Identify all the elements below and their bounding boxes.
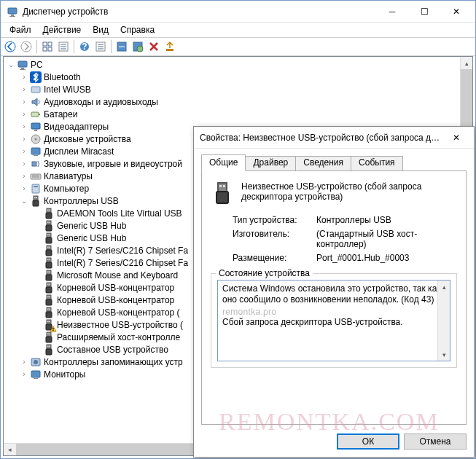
prop-loc-value: Port_#0001.Hub_#0003: [316, 253, 457, 263]
tab-driver[interactable]: Драйвер: [245, 156, 296, 170]
menu-help[interactable]: Справка: [114, 23, 160, 36]
prop-loc-label: Размещение:: [233, 253, 316, 263]
scan-hardware-button[interactable]: [114, 39, 130, 55]
properties-button[interactable]: [55, 39, 71, 55]
menu-view[interactable]: Вид: [87, 23, 114, 36]
expand-icon[interactable]: ›: [20, 73, 28, 82]
expand-icon[interactable]: ›: [20, 98, 28, 106]
tab-events[interactable]: События: [351, 156, 403, 170]
status-scroll-up[interactable]: ▴: [438, 280, 450, 293]
back-button[interactable]: [2, 39, 18, 55]
forward-button[interactable]: [18, 39, 34, 55]
expand-icon[interactable]: ›: [20, 122, 28, 131]
tree-node[interactable]: ⌄PC: [4, 58, 472, 71]
tree-node-label: Intel(R) 7 Series/C216 Chipset Fa: [57, 246, 188, 256]
tree-node[interactable]: ›Батареи: [4, 108, 472, 120]
generic-icon: [30, 84, 42, 95]
status-line1: Система Windows остановила это устройств…: [222, 283, 445, 305]
usb-icon: [43, 344, 55, 356]
expand-icon[interactable]: ›: [20, 370, 28, 379]
twisty-spacer: [33, 234, 42, 243]
tree-node-label: Видеоадаптеры: [44, 122, 109, 132]
menu-file[interactable]: Файл: [4, 23, 37, 36]
prop-mfr-label: Изготовитель:: [233, 229, 316, 249]
menu-action[interactable]: Действие: [37, 23, 87, 36]
menubar: Файл Действие Вид Справка: [1, 23, 475, 37]
expand-icon[interactable]: ›: [20, 172, 28, 181]
tree-node[interactable]: ›Bluetooth: [4, 71, 472, 83]
keyboard-icon: [30, 170, 42, 182]
tree-node-label: Generic USB Hub: [57, 221, 126, 231]
twisty-spacer: [33, 321, 42, 329]
expand-icon[interactable]: ›: [20, 358, 28, 366]
collapse-icon[interactable]: ⌄: [7, 60, 15, 69]
update-driver-button[interactable]: [130, 39, 146, 55]
expand-icon[interactable]: ›: [20, 160, 28, 168]
dialog-titlebar: Свойства: Неизвестное USB-устройство (сб…: [194, 127, 474, 149]
ok-button[interactable]: ОК: [337, 434, 399, 450]
status-textbox[interactable]: Система Windows остановила это устройств…: [217, 280, 450, 361]
disk-icon: [30, 133, 42, 145]
twisty-spacer: [33, 259, 42, 267]
expand-icon[interactable]: ›: [20, 184, 28, 193]
monitor-icon: [30, 369, 42, 380]
tab-panel-general: Неизвестное USB-устройство (сбой запроса…: [201, 170, 467, 425]
cancel-button[interactable]: Отмена: [404, 434, 467, 450]
expand-icon[interactable]: ›: [20, 85, 28, 94]
bluetooth-icon: [30, 71, 42, 83]
close-button[interactable]: ✕: [440, 1, 472, 22]
tree-node-label: Контроллеры USB: [44, 196, 119, 206]
status-legend: Состояние устройства: [216, 268, 313, 278]
minimize-button[interactable]: ─: [376, 1, 408, 22]
main-titlebar: Диспетчер устройств ─ ☐ ✕: [1, 1, 475, 23]
toolbar-separator: [111, 40, 112, 53]
expand-icon[interactable]: ›: [20, 147, 28, 156]
twisty-spacer: [33, 345, 42, 354]
tree-node-label: DAEMON Tools Lite Virtual USB: [57, 208, 182, 219]
maximize-button[interactable]: ☐: [408, 1, 440, 22]
help-button[interactable]: [77, 39, 93, 55]
tree-node-label: Intel(R) 7 Series/C216 Chipset Fa: [57, 258, 188, 268]
tab-general[interactable]: Общие: [201, 154, 246, 171]
status-scroll-down[interactable]: ▾: [438, 348, 450, 361]
tree-node-label: Контроллеры запоминающих устр: [44, 357, 183, 367]
monitor-icon: [30, 146, 42, 157]
show-hide-tree-button[interactable]: [39, 39, 55, 55]
install-legacy-button[interactable]: [162, 39, 178, 55]
computer-icon: [30, 183, 42, 195]
toolbar: [1, 37, 475, 56]
uninstall-button[interactable]: [146, 39, 162, 55]
app-icon: [7, 6, 18, 17]
status-watermark: remontka.pro: [222, 307, 445, 317]
tab-details[interactable]: Сведения: [295, 156, 351, 170]
usb-icon: [43, 208, 55, 219]
expand-icon[interactable]: ›: [20, 110, 28, 119]
usb-icon: [30, 195, 42, 207]
expand-icon[interactable]: ›: [20, 135, 28, 144]
collapse-icon[interactable]: ⌄: [20, 197, 28, 205]
dialog-button-row: ОК Отмена: [201, 434, 467, 450]
tree-node[interactable]: ›Аудиовходы и аудиовыходы: [4, 95, 472, 108]
tab-strip: Общие Драйвер Сведения События: [201, 154, 467, 170]
toolbar-separator: [74, 40, 74, 53]
twisty-spacer: [33, 221, 42, 230]
tree-node-label: Microsoft Mouse and Keyboard: [57, 270, 178, 280]
tree-node-label: Bluetooth: [44, 72, 81, 82]
usb-icon: [43, 307, 55, 318]
tree-node-label: Корневой USB-концентратор (: [57, 307, 180, 318]
action-props-button[interactable]: [93, 39, 109, 55]
battery-icon: [30, 109, 42, 120]
display-icon: [30, 121, 42, 133]
prop-type: Тип устройства: Контроллеры USB: [233, 215, 457, 225]
usb-device-icon: [211, 181, 234, 205]
tree-node-label: Аудиовходы и аудиовыходы: [44, 97, 158, 107]
tree-node-label: Клавиатуры: [44, 171, 93, 181]
scroll-up-button[interactable]: ▴: [461, 57, 472, 69]
tree-node[interactable]: ›Intel WiUSB: [4, 83, 472, 95]
status-scrollbar[interactable]: ▴ ▾: [437, 280, 450, 361]
dialog-close-button[interactable]: ✕: [442, 128, 471, 148]
twisty-spacer: [33, 209, 42, 218]
tree-node-label: Intel WiUSB: [44, 85, 91, 95]
scroll-left-button[interactable]: ◂: [4, 444, 16, 455]
usb-icon: [43, 270, 55, 281]
